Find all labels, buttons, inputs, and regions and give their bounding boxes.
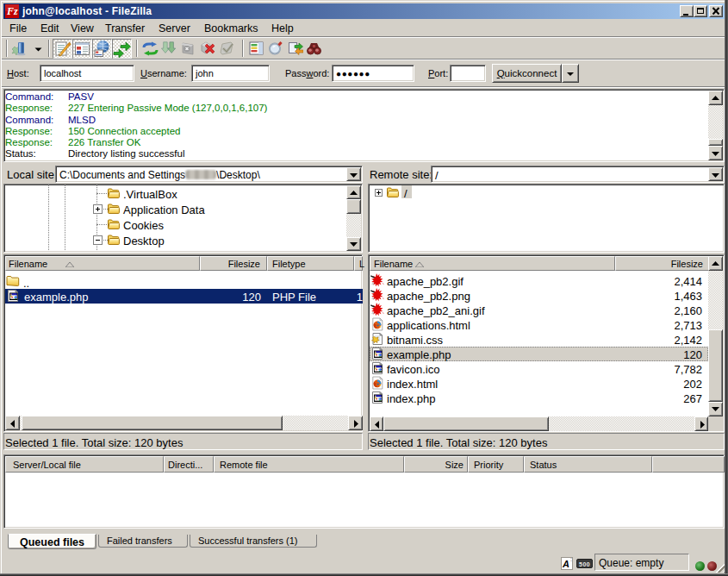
svg-text:Fz: Fz <box>6 5 18 17</box>
